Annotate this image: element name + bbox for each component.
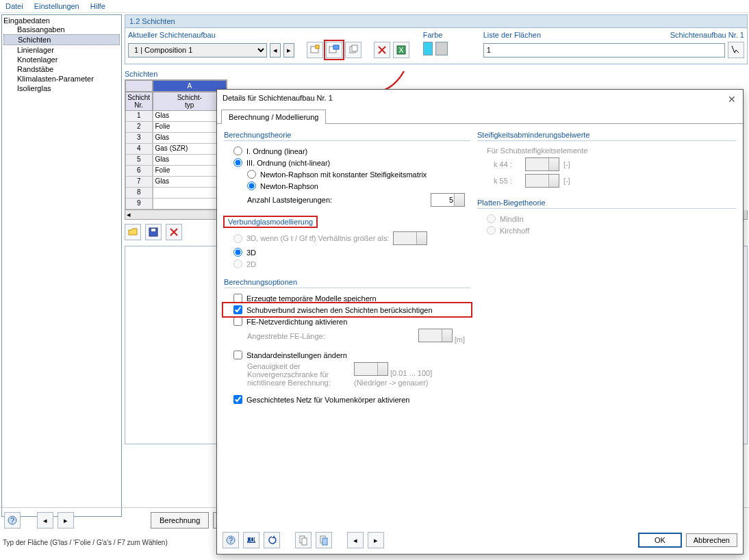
close-button[interactable]: ✕: [726, 94, 737, 105]
radio-vg-3d[interactable]: [233, 248, 242, 257]
svg-text:X: X: [398, 46, 404, 54]
label-schichten: Schichten: [125, 68, 748, 79]
prev-comp-button[interactable]: ◂: [270, 43, 281, 58]
table-row[interactable]: 5Glas: [125, 155, 227, 166]
check-std[interactable]: [233, 351, 242, 359]
tree-item-klimalasten[interactable]: Klimalasten-Parameter: [3, 74, 120, 84]
group-verbundglas: Verbundglasmodellierung: [224, 216, 317, 227]
table-row[interactable]: 1Glas: [125, 111, 227, 122]
radio-kirchhoff: [487, 226, 496, 235]
check-layermesh[interactable]: [233, 395, 242, 404]
dlg-prev-button[interactable]: ◂: [347, 532, 364, 548]
svg-rect-5: [352, 45, 357, 51]
label-flaechen: Liste der Flächen: [483, 31, 541, 39]
save-button[interactable]: [145, 224, 162, 240]
check-schubverbund[interactable]: [233, 305, 242, 314]
calc-button[interactable]: Berechnung: [151, 512, 209, 529]
radio-mindlin: [487, 214, 496, 223]
tree-item-schichten[interactable]: Schichten: [3, 34, 120, 45]
menu-settings[interactable]: Einstellungen: [34, 2, 79, 10]
table-row[interactable]: 4Gas (SZR): [125, 144, 227, 155]
table-row[interactable]: 3Glas: [125, 133, 227, 144]
tree-item-basisangaben[interactable]: Basisangaben: [3, 25, 120, 34]
tree-root[interactable]: Eingabedaten: [3, 16, 120, 25]
label-shear-elem: Für Schubsteifigkeitselemente: [477, 145, 736, 156]
help-button[interactable]: ?: [4, 512, 21, 529]
table-row[interactable]: 6Folie: [125, 166, 227, 177]
table-row[interactable]: 9: [125, 199, 227, 209]
ok-button[interactable]: OK: [638, 533, 682, 548]
dlg-copy2-button[interactable]: [316, 532, 332, 548]
label-loadsteps: Anzahl Laststeigerungen:: [247, 196, 332, 204]
nav-tree: Eingabedaten Basisangaben Schichten Lini…: [1, 14, 122, 517]
col-head-a: A: [153, 80, 227, 92]
dlg-reset-button[interactable]: [264, 532, 280, 548]
page-title: 1.2 Schichten: [125, 14, 748, 28]
radio-vg-2d: [233, 259, 242, 268]
svg-text:?: ?: [10, 516, 14, 524]
table-row[interactable]: 7Glas: [125, 177, 227, 188]
nav-prev-button[interactable]: ◂: [37, 512, 53, 529]
delete-layer-button[interactable]: [166, 224, 182, 240]
tab-berechnung[interactable]: Berechnung / Modellierung: [221, 110, 326, 124]
menu-help[interactable]: Hilfe: [90, 2, 105, 10]
radio-nr[interactable]: [247, 181, 256, 190]
loadsteps-spinner[interactable]: 5: [431, 193, 465, 207]
dlg-copy1-button[interactable]: [295, 532, 312, 548]
copy-comp-button[interactable]: [345, 42, 361, 58]
svg-text:0.00: 0.00: [246, 535, 257, 544]
label-aktuell: Aktueller Schichtenaufbau: [128, 31, 409, 39]
vg-ratio-spinner: [393, 231, 427, 245]
radio-vg-ratio: [233, 234, 242, 243]
surfaces-input[interactable]: [483, 43, 725, 58]
layers-table: A Schicht Nr. Schicht- typ 1Glas2Folie3G…: [125, 79, 227, 210]
col-head-nr: Schicht Nr.: [125, 92, 153, 111]
table-row[interactable]: 8: [125, 188, 227, 199]
delete-comp-button[interactable]: [374, 42, 390, 58]
fe-length-spinner: [418, 329, 453, 342]
check-tempmodels[interactable]: [233, 294, 242, 303]
svg-rect-3: [333, 45, 339, 49]
svg-rect-9: [151, 229, 155, 231]
svg-rect-17: [302, 538, 307, 545]
dialog-title: Details für Schichtenaufbau Nr. 1: [223, 94, 333, 105]
svg-rect-19: [322, 538, 327, 545]
col-head-typ: Schicht- typ: [153, 92, 227, 111]
dlg-next-button[interactable]: ▸: [368, 532, 384, 548]
details-dialog: Details für Schichtenaufbau Nr. 1 ✕ Bere…: [216, 89, 744, 555]
svg-text:?: ?: [229, 536, 233, 544]
edit-comp-button[interactable]: [326, 42, 342, 58]
k44-spinner: [525, 157, 559, 171]
cancel-button[interactable]: Abbrechen: [686, 533, 737, 547]
color-swatch[interactable]: [423, 42, 433, 55]
pick-surface-button[interactable]: [728, 42, 744, 58]
radio-ord3[interactable]: [233, 158, 242, 167]
col-head-blank: [125, 80, 153, 92]
group-stiffness: Steifigkeitsabminderungsbeiwerte: [477, 131, 736, 141]
tree-item-knotenlager[interactable]: Knotenlager: [3, 55, 120, 64]
load-button[interactable]: [125, 224, 141, 240]
table-row[interactable]: 2Folie: [125, 122, 227, 133]
dlg-help-button[interactable]: ?: [223, 532, 239, 548]
new-comp-button[interactable]: [307, 42, 323, 58]
tree-item-isolierglas[interactable]: Isolierglas: [3, 84, 120, 93]
check-fe-refine[interactable]: [233, 317, 242, 326]
k55-spinner: [525, 174, 559, 188]
tree-item-randstaebe[interactable]: Randstäbe: [3, 64, 120, 74]
nav-next-button[interactable]: ▸: [58, 512, 74, 529]
dlg-units-button[interactable]: 0.00: [243, 532, 259, 548]
tree-item-linienlager[interactable]: Linienlager: [3, 45, 120, 55]
label-farbe: Farbe: [423, 31, 470, 39]
label-compnum: Schichtenaufbau Nr. 1: [670, 31, 744, 39]
status-bar: Typ der Fläche (G'las / 'F'olie / G'a's …: [3, 539, 168, 546]
texture-swatch[interactable]: [435, 42, 448, 55]
group-theorie: Berechnungstheorie: [224, 131, 470, 141]
next-comp-button[interactable]: ▸: [283, 43, 294, 58]
group-plate: Platten-Biegetheorie: [477, 199, 736, 209]
radio-nr-const[interactable]: [247, 170, 256, 179]
excel-comp-button[interactable]: X: [393, 42, 409, 58]
radio-ord1[interactable]: [233, 147, 242, 155]
menu-file[interactable]: Datei: [5, 2, 23, 10]
composition-select[interactable]: 1 | Composition 1: [128, 43, 267, 58]
menubar: Datei Einstellungen Hilfe: [0, 0, 749, 13]
